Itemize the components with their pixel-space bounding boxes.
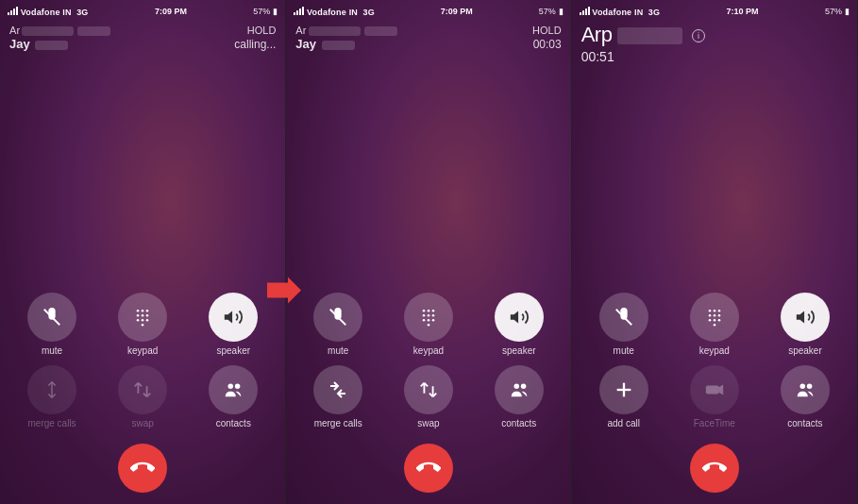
svg-point-7 — [137, 319, 140, 322]
carrier-1: Vodafone IN 3G — [8, 6, 89, 17]
swap-label-2: swap — [417, 418, 439, 428]
keypad-label-2: keypad — [413, 345, 444, 356]
svg-marker-11 — [225, 311, 232, 324]
swap-circle-1 — [118, 365, 167, 414]
speaker-btn-2[interactable]: speaker — [477, 293, 562, 356]
merge-circle-2[interactable] — [313, 365, 362, 414]
caller-hold-1: Ar — [9, 25, 112, 36]
svg-point-22 — [428, 319, 430, 322]
end-call-btn-2[interactable] — [404, 444, 453, 493]
battery-1: 57% ▮ — [253, 7, 278, 16]
hold-label-2: HOLD — [532, 25, 562, 36]
svg-point-32 — [718, 310, 721, 312]
end-call-row-1 — [0, 436, 285, 504]
swap-btn-1: swap — [100, 365, 185, 428]
swap-btn-2[interactable]: swap — [386, 365, 471, 428]
keypad-btn-1[interactable]: keypad — [100, 293, 185, 356]
merge-label-1: merge calls — [27, 418, 76, 428]
merge-calls-btn-2[interactable]: merge calls — [295, 365, 380, 428]
svg-point-4 — [137, 314, 140, 317]
svg-point-30 — [709, 310, 712, 312]
end-call-btn-3[interactable] — [690, 444, 739, 493]
phone-screen-2: Vodafone IN 3G 7:09 PM 57% ▮ Ar HOLD — [286, 0, 571, 504]
carrier-3: Vodafone IN 3G — [580, 6, 661, 17]
contacts-btn-2[interactable]: contacts — [477, 365, 562, 428]
speaker-label-3: speaker — [788, 345, 822, 356]
speaker-circle-3[interactable] — [781, 293, 830, 342]
mute-circle-1[interactable] — [27, 293, 76, 342]
contacts-circle-2[interactable] — [495, 365, 544, 414]
svg-point-16 — [428, 310, 430, 312]
signal-icon-1 — [8, 6, 18, 15]
end-call-btn-1[interactable] — [118, 444, 167, 493]
caller-hold-2: Ar — [295, 25, 398, 36]
caller-active-2: Jay — [295, 37, 356, 51]
keypad-circle-1[interactable] — [118, 293, 167, 342]
merge-calls-arrow — [267, 277, 301, 308]
controls-grid-2: mute keypad — [286, 285, 570, 432]
svg-point-27 — [521, 384, 527, 390]
contacts-circle-1[interactable] — [209, 365, 258, 414]
svg-point-15 — [423, 310, 426, 312]
contacts-btn-1[interactable]: contacts — [191, 365, 276, 428]
speaker-circle-1[interactable] — [209, 293, 258, 342]
mute-label-2: mute — [328, 345, 348, 356]
mute-label-1: mute — [42, 345, 62, 356]
call-status-1: calling... — [234, 38, 276, 51]
carrier-2: Vodafone IN 3G — [294, 6, 375, 17]
mute-circle-2[interactable] — [313, 293, 362, 342]
phone-screen-3: Vodafone IN 3G 7:10 PM 57% ▮ Arp i 00:51 — [572, 0, 858, 504]
controls-grid-1: mute keypad — [0, 285, 285, 432]
swap-circle-2[interactable] — [404, 365, 453, 414]
time-2: 7:09 PM — [441, 7, 473, 16]
svg-point-9 — [146, 319, 149, 322]
call-status-2: 00:03 — [533, 38, 562, 51]
keypad-btn-3[interactable]: keypad — [672, 293, 757, 356]
svg-point-8 — [142, 319, 144, 322]
facetime-btn-3: FaceTime — [672, 365, 757, 428]
controls-grid-3: mute keypad — [572, 285, 857, 432]
contacts-btn-3[interactable]: contacts — [763, 365, 848, 428]
mute-circle-3[interactable] — [599, 293, 648, 342]
svg-point-44 — [799, 384, 805, 390]
signal-icon-3 — [580, 6, 590, 15]
speaker-label-2: speaker — [502, 345, 536, 356]
mute-btn-2[interactable]: mute — [295, 293, 380, 356]
time-3: 7:10 PM — [727, 7, 759, 16]
call-header-1: Ar HOLD Jay calling... — [0, 21, 285, 53]
facetime-circle-3 — [690, 365, 739, 414]
signal-icon-2 — [294, 6, 304, 15]
speaker-label-1: speaker — [216, 345, 250, 356]
svg-point-2 — [142, 310, 144, 312]
mute-btn-1[interactable]: mute — [9, 293, 94, 356]
merge-calls-btn-1: merge calls — [9, 365, 94, 428]
caller-active-1: Jay — [9, 37, 70, 51]
speaker-btn-3[interactable]: speaker — [763, 293, 848, 356]
keypad-circle-3[interactable] — [690, 293, 739, 342]
contacts-circle-3[interactable] — [781, 365, 830, 414]
speaker-circle-2[interactable] — [495, 293, 544, 342]
battery-icon-3: ▮ — [845, 7, 850, 16]
svg-point-33 — [709, 314, 712, 317]
svg-point-5 — [142, 314, 144, 317]
svg-point-17 — [432, 310, 435, 312]
time-1: 7:09 PM — [155, 7, 187, 16]
speaker-btn-1[interactable]: speaker — [191, 293, 276, 356]
mute-btn-3[interactable]: mute — [581, 293, 666, 356]
keypad-circle-2[interactable] — [404, 293, 453, 342]
svg-point-37 — [714, 319, 716, 322]
mute-label-3: mute — [614, 345, 634, 356]
caller-name-big-3: Arp i — [572, 21, 857, 47]
swap-label-1: swap — [131, 418, 153, 428]
add-call-circle-3[interactable] — [599, 365, 648, 414]
keypad-btn-2[interactable]: keypad — [386, 293, 471, 356]
svg-point-24 — [428, 324, 430, 327]
add-call-label-3: add call — [607, 418, 639, 428]
info-icon-3[interactable]: i — [692, 29, 705, 42]
merge-label-2: merge calls — [314, 418, 362, 428]
keypad-label-1: keypad — [127, 345, 158, 356]
add-call-btn-3[interactable]: add call — [581, 365, 666, 428]
phone-screen-1: Vodafone IN 3G 7:09 PM 57% ▮ Ar HOLD Jay… — [0, 0, 286, 504]
svg-marker-28 — [267, 277, 301, 303]
svg-marker-40 — [797, 311, 804, 324]
